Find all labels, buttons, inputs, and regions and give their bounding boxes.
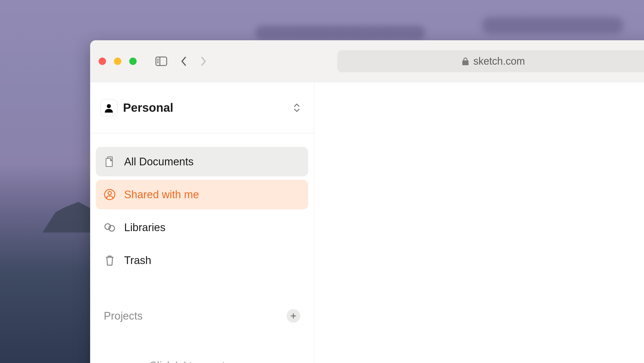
content-area: Personal <box>90 82 644 363</box>
nav-arrows <box>180 56 207 66</box>
address-bar[interactable]: sketch.com <box>337 50 644 72</box>
sidebar-item-label: Trash <box>124 254 151 267</box>
svg-point-5 <box>107 104 111 108</box>
add-project-button[interactable] <box>287 309 300 323</box>
projects-section-title: Projects <box>104 310 143 322</box>
workspace-title: Personal <box>123 101 173 115</box>
sidebar-item-libraries[interactable]: Libraries <box>96 213 308 242</box>
sidebar-item-trash[interactable]: Trash <box>96 246 308 275</box>
sidebar-item-all-documents[interactable]: All Documents <box>96 147 308 176</box>
cloud-decoration <box>255 26 425 40</box>
lock-icon <box>462 57 469 66</box>
projects-section-header: Projects <box>90 309 314 323</box>
nav-list: All Documents Shared with me <box>90 133 314 275</box>
link-icon <box>104 221 116 233</box>
projects-placeholder: Click '+' to create your <box>90 360 314 363</box>
sidebar-toggle-icon[interactable] <box>155 56 167 66</box>
svg-point-7 <box>108 191 111 195</box>
forward-button[interactable] <box>200 56 207 66</box>
sidebar-item-label: Libraries <box>124 221 166 234</box>
main-content <box>314 82 644 363</box>
documents-icon <box>104 156 116 168</box>
person-circle-icon <box>104 189 116 201</box>
maximize-button[interactable] <box>129 58 137 65</box>
sidebar-item-label: All Documents <box>124 156 194 168</box>
minimize-button[interactable] <box>114 58 121 65</box>
browser-window: sketch.com Personal <box>90 40 644 363</box>
person-icon <box>100 99 117 116</box>
sidebar-item-label: Shared with me <box>124 189 199 201</box>
url-text: sketch.com <box>473 55 525 67</box>
trash-icon <box>104 254 116 266</box>
titlebar: sketch.com <box>90 40 644 82</box>
workspace-header: Personal <box>90 82 314 133</box>
window-controls <box>99 58 137 65</box>
workspace-switcher[interactable] <box>293 102 301 113</box>
back-button[interactable] <box>180 56 187 66</box>
close-button[interactable] <box>99 58 106 65</box>
cloud-decoration <box>482 17 624 34</box>
sidebar-item-shared-with-me[interactable]: Shared with me <box>96 180 308 209</box>
sidebar: Personal <box>90 82 314 363</box>
